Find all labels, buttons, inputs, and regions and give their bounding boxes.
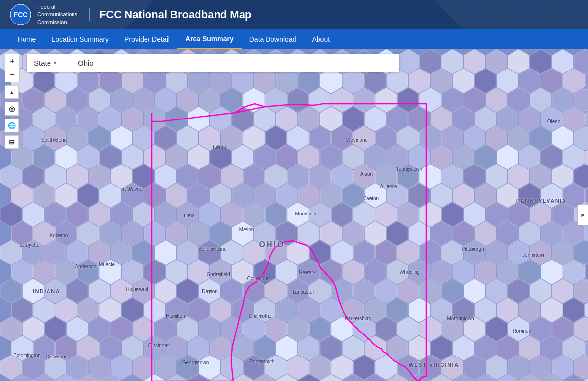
search-bar: State ▾ (27, 54, 399, 72)
zoom-out-button[interactable]: − (5, 68, 19, 82)
city-dot (472, 248, 474, 250)
logo-area: FCC Federal Communications Commission (10, 3, 77, 26)
nav-area-summary[interactable]: Area Summary (177, 29, 242, 49)
zoom-controls: + − (5, 54, 20, 82)
city-dot (55, 356, 57, 357)
zoom-in-button[interactable]: + (5, 54, 19, 68)
city-dot (261, 360, 263, 362)
city-dot (305, 213, 307, 214)
city-dot (174, 315, 176, 317)
dropdown-chevron-icon: ▾ (54, 60, 56, 66)
agency-name: Federal Communications Commission (37, 3, 77, 26)
area-type-label: State (34, 59, 51, 67)
city-dot (218, 146, 220, 148)
city-dot (302, 291, 304, 293)
city-dot (553, 120, 555, 122)
locate-button[interactable]: ◎ (5, 102, 19, 116)
map-container[interactable]: + − ▲ ◎ 🌐 ⊟ State ▾ ► ClevelandToledoAkr… (0, 49, 588, 381)
city-dot (409, 271, 411, 273)
app-title: FCC National Broadband Map (89, 8, 251, 21)
city-dot (460, 317, 462, 319)
city-dot (408, 168, 410, 170)
fcc-logo-icon: FCC (10, 4, 31, 25)
city-dot (259, 315, 261, 317)
city-dot (188, 214, 190, 216)
city-dot (195, 361, 196, 363)
location-search-input[interactable] (71, 54, 399, 72)
city-dot (28, 244, 30, 246)
city-dot (209, 290, 211, 292)
city-dot (212, 248, 214, 250)
city-dot (357, 317, 359, 319)
city-dot (58, 234, 60, 236)
header: FCC Federal Communications Commission FC… (0, 0, 588, 29)
city-dot (533, 254, 535, 256)
city-dot (129, 188, 131, 190)
city-dot (106, 263, 108, 265)
nav-data-download[interactable]: Data Download (242, 29, 304, 49)
city-dot (26, 354, 28, 356)
city-dot (136, 288, 138, 290)
city-dot (521, 330, 523, 332)
city-dot (245, 228, 247, 230)
city-dot (366, 173, 368, 175)
map-controls: + − ▲ ◎ 🌐 ⊟ (5, 54, 20, 151)
city-dot (370, 197, 372, 199)
nav-about[interactable]: About (304, 29, 338, 49)
svg-text:FCC: FCC (14, 11, 28, 19)
city-dot (218, 273, 220, 275)
north-button[interactable]: ▲ (5, 85, 19, 99)
globe-button[interactable]: 🌐 (5, 119, 19, 132)
city-dot (53, 139, 55, 141)
layers-button[interactable]: ⊟ (5, 135, 19, 149)
city-dot (158, 344, 160, 346)
city-dot (356, 139, 358, 141)
nav-location-summary[interactable]: Location Summary (44, 29, 117, 49)
city-dot (257, 277, 259, 279)
city-dot (388, 185, 390, 187)
city-dot (85, 265, 87, 267)
navigation: Home Location Summary Provider Detail Ar… (0, 29, 588, 49)
city-dot (306, 271, 308, 273)
hex-grid-canvas (0, 49, 588, 381)
right-panel-arrow[interactable]: ► (578, 205, 588, 225)
nav-provider-detail[interactable]: Provider Detail (117, 29, 177, 49)
nav-home[interactable]: Home (10, 29, 44, 49)
area-type-dropdown[interactable]: State ▾ (27, 54, 71, 72)
